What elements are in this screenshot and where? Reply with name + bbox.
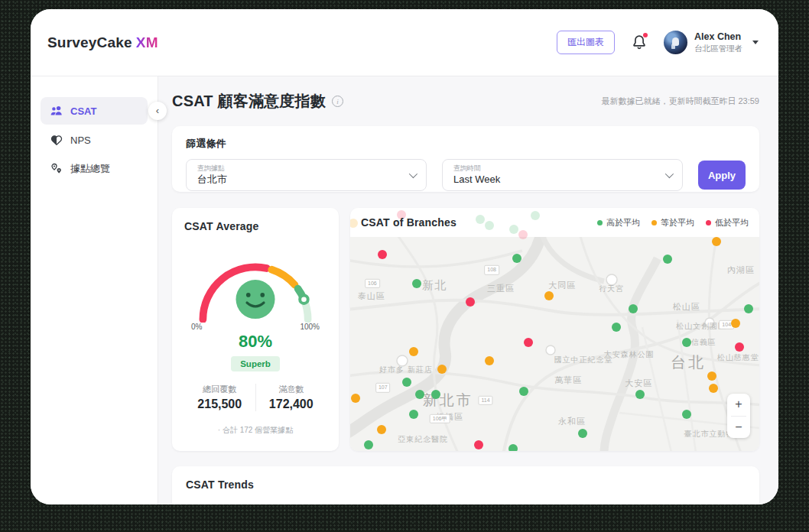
sidebar-collapse-button[interactable]: ‹ [148,102,167,120]
zoom-in-button[interactable]: + [727,394,750,416]
app-window: SurveyCakeXM 匯出圖表 Alex Chen 台北區管理者 [31,9,778,504]
sidebar-item-csat[interactable]: CSAT [41,97,148,125]
brand-logo: SurveyCakeXM [47,34,158,51]
branch-dot[interactable] [682,338,691,347]
time-select-label: 查詢時間 [453,164,500,174]
legend-item: 等於平均 [651,217,694,229]
branch-dot[interactable] [707,371,716,381]
branch-dot[interactable] [466,297,475,307]
branch-dot[interactable] [364,440,373,449]
csat-gauge [188,252,323,323]
export-chart-button[interactable]: 匯出圖表 [557,31,615,54]
heart-icon [50,134,63,147]
branch-dot[interactable] [663,255,672,264]
branch-dot[interactable] [437,365,447,374]
stat-satisfied: 滿意數 172,400 [255,384,327,411]
sidebar-item-label: 據點總覽 [70,162,110,176]
branch-dot[interactable] [635,390,645,399]
legend-dot-icon [651,220,657,225]
branch-dot[interactable] [474,440,483,449]
branch-dot[interactable] [409,347,418,356]
brand-suffix: XM [136,34,158,50]
chevron-down-icon [752,41,759,44]
gauge-max-label: 100% [300,323,320,331]
notification-bell-icon[interactable] [632,34,647,51]
branch-dot[interactable] [409,410,418,419]
map-dots-layer [350,237,759,451]
branch-dot[interactable] [709,384,718,393]
people-icon [50,105,63,118]
location-select-label: 查詢據點 [197,164,227,174]
user-role: 台北區管理者 [694,44,742,54]
csat-average-card: CSAT Average 0% 100% [172,208,339,451]
branch-count-footnote: · 合計 172 個營業據點 [184,425,327,436]
branch-dot[interactable] [629,304,638,313]
branch-dot[interactable] [415,390,424,399]
top-bar: SurveyCakeXM 匯出圖表 Alex Chen 台北區管理者 [31,9,778,76]
page-title: CSAT 顧客滿意度指數 [172,91,326,112]
sidebar-item-branches[interactable]: 據點總覽 [41,155,148,183]
brand-name: SurveyCake [47,34,132,50]
notification-badge [643,33,648,37]
chevron-down-icon [409,170,417,178]
map-legend: 高於平均等於平均低於平均 [597,217,749,229]
smiley-face-icon [236,280,275,319]
csat-average-value: 80% [184,332,327,352]
branch-dot[interactable] [735,342,744,352]
main-content: CSAT 顧客滿意度指數 i 最新數據已就緒，更新時間截至昨日 23:59 篩選… [158,76,778,504]
stat-total-responses: 總回覆數 215,500 [184,384,255,411]
chevron-down-icon [665,170,674,178]
gauge-min-label: 0% [191,323,202,331]
user-name: Alex Chen [694,31,742,44]
time-select-value: Last Week [453,174,500,187]
branch-dot[interactable] [485,356,494,365]
branch-dot[interactable] [377,425,386,434]
legend-item: 低於平均 [706,217,749,229]
legend-dot-icon [597,220,603,225]
rating-badge: Superb [231,356,280,371]
sidebar-item-nps[interactable]: NPS [41,126,148,154]
zoom-out-button[interactable]: − [727,417,750,439]
branch-dot[interactable] [351,394,360,403]
branch-dot[interactable] [744,304,753,313]
branch-dot[interactable] [508,444,518,451]
branch-dot[interactable] [524,338,533,347]
branch-dot[interactable] [512,254,521,263]
branch-dot[interactable] [731,319,740,328]
branch-dot[interactable] [544,291,554,300]
data-status-text: 最新數據已就緒，更新時間截至昨日 23:59 [601,96,759,107]
branch-dot[interactable] [431,390,440,399]
branch-dot[interactable] [402,378,411,387]
time-select[interactable]: 查詢時間 Last Week [442,159,683,191]
branch-dot[interactable] [682,410,691,419]
desktop-background: SurveyCakeXM 匯出圖表 Alex Chen 台北區管理者 [0,0,809,532]
filter-title: 篩選條件 [186,137,746,151]
csat-trends-card: CSAT Trends [172,466,759,504]
location-select-value: 台北市 [197,174,227,187]
location-select[interactable]: 查詢據點 台北市 [186,159,427,191]
map-pins-icon [50,163,63,176]
map-title: CSAT of Branches [361,216,456,229]
sidebar: CSAT NPS [31,76,158,504]
branch-dot[interactable] [412,279,421,288]
sidebar-item-label: NPS [70,135,91,146]
avatar [664,31,687,54]
legend-item: 高於平均 [597,217,640,229]
gauge-segment-orange [271,270,294,285]
map-zoom-control: + − [727,394,750,438]
legend-dot-icon [706,220,711,225]
user-menu[interactable]: Alex Chen 台北區管理者 [664,31,759,54]
apply-button[interactable]: Apply [698,161,746,190]
sidebar-item-label: CSAT [70,105,96,117]
branch-dot[interactable] [612,323,621,332]
branches-map-card: CSAT of Branches 高於平均等於平均低於平均 [350,208,759,451]
csat-average-title: CSAT Average [184,220,327,232]
branch-dot[interactable] [578,429,587,438]
branch-dot[interactable] [712,237,721,246]
branch-dot[interactable] [378,250,387,259]
branch-dot[interactable] [519,387,528,396]
trends-title: CSAT Trends [186,478,746,491]
filter-card: 篩選條件 查詢據點 台北市 查詢時間 Last We [172,126,759,192]
gauge-marker [300,295,308,303]
info-icon[interactable]: i [332,96,343,107]
